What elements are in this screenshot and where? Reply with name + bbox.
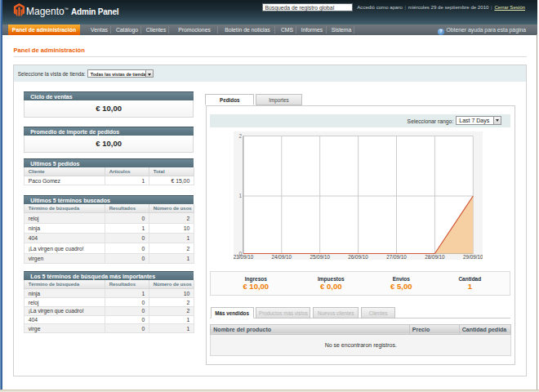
svg-text:24/09/10: 24/09/10 xyxy=(271,254,292,260)
svg-text:2: 2 xyxy=(238,133,242,139)
svg-text:26/09/10: 26/09/10 xyxy=(348,254,368,260)
svg-text:28/09/10: 28/09/10 xyxy=(425,254,445,260)
svg-text:25/09/10: 25/09/10 xyxy=(310,254,330,260)
svg-text:23/09/10: 23/09/10 xyxy=(234,254,254,260)
svg-text:1: 1 xyxy=(238,193,242,198)
svg-text:27/09/10: 27/09/10 xyxy=(386,254,407,260)
svg-text:29/09/10: 29/09/10 xyxy=(463,254,483,260)
